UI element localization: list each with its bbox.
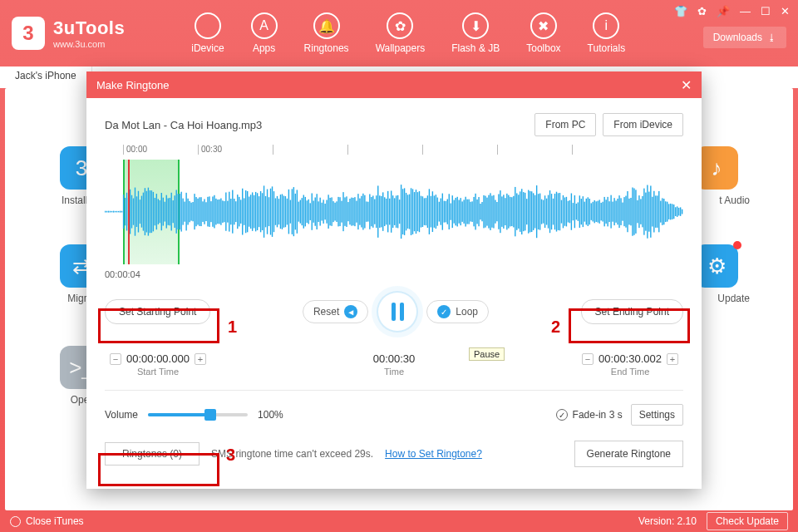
ringtones-list-button[interactable]: Ringtones (0) [105,442,200,466]
start-increment[interactable]: + [195,353,206,365]
fade-in-toggle[interactable]: ✓ Fade-in 3 s [556,409,623,421]
svg-rect-159 [367,202,368,222]
fade-settings-button[interactable]: Settings [631,404,683,426]
svg-rect-64 [210,201,211,222]
nav-flash-jb[interactable]: ⬇Flash & JB [451,12,500,54]
svg-rect-52 [190,203,191,221]
tab-device[interactable]: Jack's iPhone [0,66,92,88]
generate-ringtone-button[interactable]: Generate Ringtone [574,441,683,467]
svg-rect-181 [404,188,405,235]
svg-rect-249 [516,193,517,229]
svg-rect-262 [538,194,539,229]
hint-text: SMS ringtone time can't exceed 29s. [211,448,373,460]
start-decrement[interactable]: − [110,353,121,365]
check-update-button[interactable]: Check Update [707,512,788,530]
close-window-icon[interactable]: ✕ [781,5,790,17]
from-pc-button[interactable]: From PC [534,113,596,136]
pin-icon[interactable]: 📌 [717,5,730,17]
svg-rect-170 [386,199,387,224]
svg-rect-279 [566,197,567,227]
svg-rect-154 [359,199,360,225]
play-pause-button[interactable] [377,291,418,332]
modal-close-icon[interactable]: ✕ [681,77,692,93]
svg-rect-176 [396,195,397,228]
make-ringtone-modal: Make Ringtone ✕ Da Mot Lan - Ca Hoi Hoan… [86,71,702,489]
svg-rect-117 [298,202,299,222]
how-to-link[interactable]: How to Set Ringtone? [385,448,482,460]
downloads-button[interactable]: Downloads ⭳ [703,27,786,48]
svg-rect-231 [486,198,487,226]
svg-rect-214 [458,200,459,224]
svg-rect-126 [313,200,314,222]
tshirt-icon[interactable]: 👕 [674,5,687,17]
svg-rect-179 [401,185,401,239]
svg-rect-267 [546,199,547,225]
svg-rect-93 [259,196,259,227]
svg-rect-167 [381,196,382,228]
nav-idevice[interactable]: iDevice [191,12,224,54]
svg-rect-268 [548,195,549,229]
svg-rect-334 [657,195,658,228]
annotation-num-2: 2 [551,318,560,337]
waveform[interactable]: 00:00 00:30 00:00:04 [105,145,683,279]
svg-rect-251 [520,191,520,232]
svg-rect-129 [318,201,318,222]
svg-rect-333 [655,195,656,228]
maximize-icon[interactable]: ☐ [761,5,771,17]
svg-rect-266 [544,195,545,228]
svg-rect-245 [510,197,510,227]
playhead[interactable] [128,160,130,264]
svg-rect-254 [525,193,525,231]
svg-rect-178 [399,200,400,224]
svg-rect-25 [146,191,147,233]
svg-rect-34 [161,193,162,230]
end-increment[interactable]: + [667,353,678,365]
svg-rect-224 [475,194,475,230]
nav-tutorials[interactable]: iTutorials [588,12,626,54]
nav-apps[interactable]: AApps [251,12,278,54]
svg-rect-221 [470,202,470,222]
nav-wallpapers[interactable]: ✿Wallpapers [376,12,426,54]
svg-rect-187 [414,192,415,231]
svg-rect-186 [412,189,413,234]
svg-rect-128 [317,194,318,229]
set-ending-point-button[interactable]: Set Ending Point [581,299,683,324]
svg-rect-204 [442,194,443,230]
svg-rect-59 [202,201,203,222]
svg-rect-162 [372,195,373,227]
reset-button[interactable]: Reset ◄ [303,300,368,323]
volume-slider[interactable] [148,413,248,416]
svg-rect-213 [457,197,458,227]
svg-rect-30 [155,198,155,225]
svg-rect-323 [638,195,639,228]
svg-rect-203 [441,199,441,225]
svg-rect-161 [371,197,372,226]
svg-rect-192 [422,196,423,227]
svg-rect-243 [506,194,507,230]
svg-rect-190 [419,191,420,232]
svg-rect-332 [653,191,654,233]
set-starting-point-button[interactable]: Set Starting Point [105,299,210,324]
svg-rect-166 [379,195,380,228]
svg-rect-229 [483,195,484,229]
end-decrement[interactable]: − [582,353,594,365]
svg-rect-210 [452,195,453,228]
from-idevice-button[interactable]: From iDevice [603,113,683,136]
close-itunes-button[interactable]: Close iTunes [10,515,84,527]
nav-ringtones[interactable]: 🔔Ringtones [304,12,349,54]
svg-rect-71 [222,200,223,223]
svg-rect-184 [409,195,410,229]
svg-rect-87 [249,197,249,227]
svg-rect-211 [454,200,455,224]
svg-rect-185 [411,188,411,235]
loop-button[interactable]: ✓ Loop [426,300,489,323]
svg-rect-216 [461,201,462,221]
svg-rect-242 [505,198,505,225]
minimize-icon[interactable]: — [740,5,751,17]
svg-rect-65 [212,196,213,226]
settings-icon[interactable]: ✿ [697,5,707,17]
nav-toolbox[interactable]: ✖Toolbox [526,12,560,54]
svg-rect-260 [534,195,535,229]
svg-rect-290 [584,202,585,222]
svg-rect-217 [463,200,464,224]
